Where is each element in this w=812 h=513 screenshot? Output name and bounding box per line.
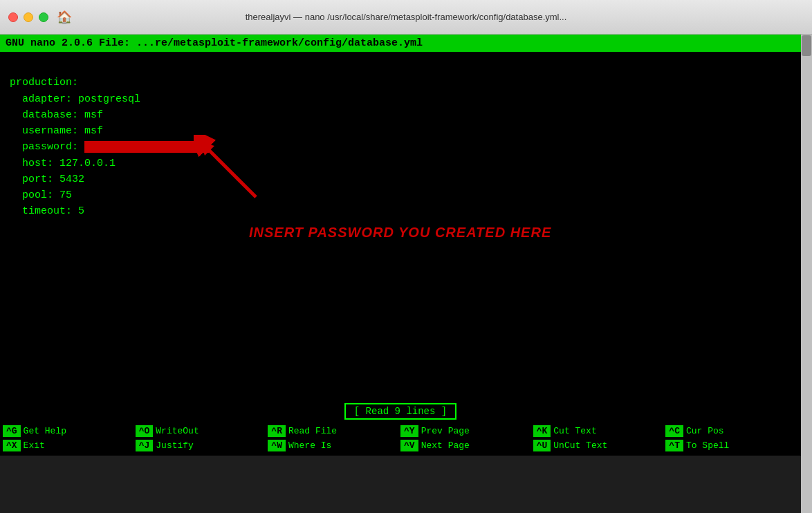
shortcut-where-is[interactable]: ^W Where Is: [268, 440, 400, 451]
scrollbar-track[interactable]: [801, 35, 812, 513]
shortcut-key-cut-text: ^K: [533, 425, 551, 437]
traffic-lights: [8, 12, 48, 22]
shortcut-writeout[interactable]: ^O WriteOut: [136, 425, 268, 437]
shortcut-label-where-is: Where Is: [286, 440, 331, 451]
shortcut-key-uncut-text: ^U: [533, 440, 551, 451]
password-redacted: [84, 141, 209, 153]
nano-header-text: GNU nano 2.0.6 File: ...re/metasploit-fr…: [6, 37, 423, 49]
close-button[interactable]: [8, 12, 18, 22]
terminal-line-adapter: adapter: postgresql: [10, 91, 791, 107]
shortcut-cur-pos[interactable]: ^C Cur Pos: [665, 425, 798, 437]
terminal-line: [10, 59, 791, 75]
terminal-line-port: port: 5432: [10, 171, 791, 187]
shortcut-label-cur-pos: Cur Pos: [683, 426, 724, 436]
shortcut-cut-text[interactable]: ^K Cut Text: [533, 425, 666, 437]
shortcut-label-uncut-text: UnCut Text: [551, 440, 607, 451]
shortcut-exit[interactable]: ^X Exit: [3, 440, 136, 451]
terminal-line-production: production:: [10, 75, 791, 91]
shortcut-key-to-spell: ^T: [665, 440, 683, 451]
shortcut-key-exit: ^X: [3, 440, 21, 451]
svg-line-0: [207, 149, 256, 197]
terminal-line-host: host: 127.0.0.1: [10, 156, 791, 171]
shortcut-next-page[interactable]: ^V Next Page: [400, 440, 533, 451]
title-bar: 🏠 therealjayvi — nano /usr/local/share/m…: [0, 0, 812, 35]
shortcut-bars: ^G Get Help ^O WriteOut ^R Read File ^Y …: [0, 421, 801, 456]
shortcut-key-justify: ^J: [136, 440, 154, 451]
status-badge: [ Read 9 lines ]: [344, 403, 456, 420]
shortcut-to-spell[interactable]: ^T To Spell: [665, 440, 798, 451]
shortcut-key-cur-pos: ^C: [665, 425, 683, 437]
shortcut-label-exit: Exit: [21, 440, 45, 451]
terminal-line-database: database: msf: [10, 107, 791, 123]
shortcut-key-read-file: ^R: [268, 425, 286, 437]
terminal-line-timeout: timeout: 5: [10, 203, 791, 219]
terminal-line-username: username: msf: [10, 123, 791, 139]
nano-header: GNU nano 2.0.6 File: ...re/metasploit-fr…: [0, 35, 801, 52]
shortcut-label-cut-text: Cut Text: [551, 426, 596, 436]
minimize-button[interactable]: [24, 12, 33, 22]
terminal-line-pool: pool: 75: [10, 187, 791, 203]
terminal-line-password: password:: [10, 139, 791, 155]
shortcut-label-next-page: Next Page: [418, 440, 470, 451]
terminal-content: production: adapter: postgresql database…: [0, 52, 801, 402]
window-title: therealjayvi — nano /usr/local/share/met…: [246, 12, 567, 22]
shortcut-row-1: ^G Get Help ^O WriteOut ^R Read File ^Y …: [0, 424, 801, 438]
shortcut-prev-page[interactable]: ^Y Prev Page: [400, 425, 533, 437]
shortcut-label-read-file: Read File: [286, 426, 337, 436]
status-bar: [ Read 9 lines ]: [0, 402, 801, 421]
annotation-arrow-icon: [194, 135, 277, 218]
shortcut-label-justify: Justify: [153, 440, 194, 451]
shortcut-key-prev-page: ^Y: [400, 425, 418, 437]
shortcut-justify[interactable]: ^J Justify: [136, 440, 268, 451]
shortcut-key-get-help: ^G: [3, 425, 21, 437]
annotation-text: INSERT PASSWORD YOU CREATED HERE: [249, 225, 551, 241]
shortcut-key-next-page: ^V: [400, 440, 418, 451]
shortcut-label-get-help: Get Help: [21, 426, 66, 436]
shortcut-key-writeout: ^O: [136, 425, 154, 437]
shortcut-read-file[interactable]: ^R Read File: [268, 425, 400, 437]
window-icon: 🏠: [57, 10, 72, 25]
shortcut-row-2: ^X Exit ^J Justify ^W Where Is ^V Next P…: [0, 438, 801, 453]
shortcut-get-help[interactable]: ^G Get Help: [3, 425, 136, 437]
maximize-button[interactable]: [39, 12, 48, 22]
shortcut-uncut-text[interactable]: ^U UnCut Text: [533, 440, 666, 451]
scrollbar-thumb[interactable]: [802, 35, 811, 56]
shortcut-label-writeout: WriteOut: [153, 426, 199, 436]
shortcut-key-where-is: ^W: [268, 440, 286, 451]
shortcut-label-to-spell: To Spell: [683, 440, 729, 451]
shortcut-label-prev-page: Prev Page: [418, 426, 470, 436]
